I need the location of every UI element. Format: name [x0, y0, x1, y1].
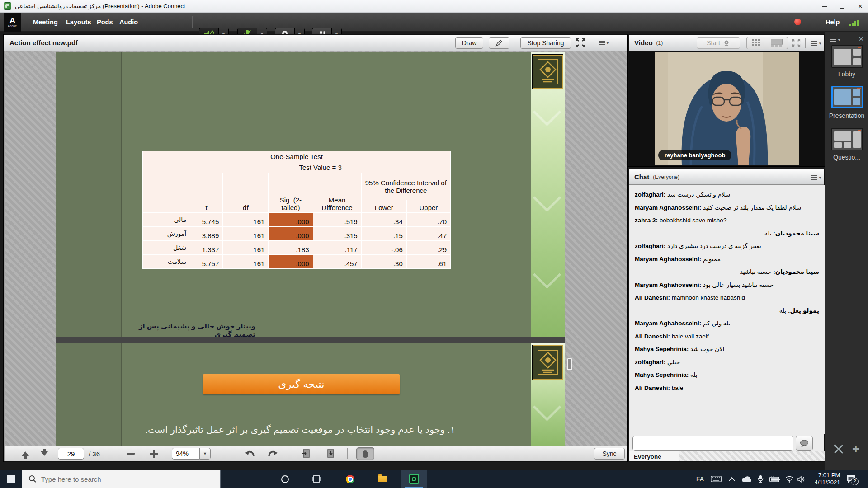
action-center-icon[interactable]: 2	[846, 470, 855, 488]
battery-icon[interactable]	[769, 470, 780, 488]
layout-label-questions[interactable]: Questio...	[825, 154, 868, 161]
chat-message: Mahya Sepehrinia: بله	[635, 371, 819, 379]
table-title: One-Sample Test	[143, 151, 451, 162]
keyboard-icon[interactable]	[711, 470, 722, 488]
tray-expand-icon[interactable]	[729, 470, 735, 488]
one-sample-test-table: One-Sample Test Test Value = 3 t df Sig.…	[142, 151, 451, 269]
hand-tool-button[interactable]	[356, 446, 374, 461]
chat-message-list[interactable]: zolfaghari: سلام و تشكر. درست شد Maryam …	[629, 185, 825, 434]
language-indicator[interactable]: FA	[696, 470, 704, 488]
video-fullscreen-icon[interactable]	[792, 38, 801, 47]
layout-thumb-presentation[interactable]	[831, 86, 863, 108]
undo-icon[interactable]	[244, 446, 255, 461]
previous-page-button[interactable]	[22, 446, 29, 461]
layout-label-lobby[interactable]: Lobby	[825, 70, 868, 78]
maximize-button[interactable]	[838, 2, 846, 10]
sidebar-close-icon[interactable]: ✕	[859, 35, 864, 42]
chat-message: Ali Daneshi: mamnoon khaste nabashid	[635, 294, 819, 302]
video-pod-menu-icon[interactable]: ▼	[811, 40, 821, 47]
slide-scrollbar-thumb[interactable]	[567, 358, 572, 370]
page-number-input[interactable]	[58, 448, 84, 460]
cortana-icon[interactable]	[274, 470, 296, 488]
university-logo	[532, 345, 563, 380]
minimize-button[interactable]	[820, 2, 828, 10]
taskbar-search[interactable]	[22, 470, 221, 488]
chat-message: Ali Daneshi: bale vali zaeif	[635, 333, 819, 341]
table-row: سلامت5.757161.000.457.30.61	[143, 255, 451, 269]
task-view-icon[interactable]	[306, 470, 327, 488]
table-row: شغل1.337161.183.117-.06.29	[143, 241, 451, 255]
fit-width-icon[interactable]	[302, 446, 311, 461]
notification-badge: 2	[851, 478, 859, 485]
sync-button[interactable]: Sync	[594, 448, 625, 460]
start-button[interactable]	[0, 470, 22, 488]
fit-page-icon[interactable]	[326, 446, 335, 461]
sidebar-menu-icon[interactable]: ▼	[830, 36, 840, 43]
onedrive-icon[interactable]	[741, 470, 752, 488]
next-page-button[interactable]	[41, 446, 48, 461]
fullscreen-icon[interactable]	[576, 38, 585, 48]
slide-left-column	[56, 52, 122, 337]
pen-tool-button[interactable]	[489, 37, 509, 49]
chat-message: zolfaghari: سلام و تشكر. درست شد	[635, 191, 819, 199]
pod-options-icon[interactable]	[833, 444, 844, 455]
tray-mic-icon[interactable]	[758, 470, 764, 488]
tab-everyone[interactable]: Everyone	[629, 451, 679, 461]
add-pod-icon[interactable]: +	[852, 442, 859, 456]
draw-button[interactable]: Draw	[455, 37, 483, 49]
share-pod-header: Action effect new.pdf Draw Stop Sharing …	[4, 35, 627, 51]
close-button[interactable]: ×	[856, 2, 864, 10]
wifi-icon[interactable]	[785, 470, 794, 488]
share-pod-menu-icon[interactable]: ▼	[599, 39, 608, 47]
window-title: مركز تحقيقات روانشناسي اجتماعي (Presenta…	[15, 3, 185, 9]
video-pod-title: Video	[634, 39, 653, 47]
share-pod: Action effect new.pdf Draw Stop Sharing …	[4, 34, 627, 462]
send-chat-button[interactable]	[796, 436, 813, 451]
chat-tab-bar: Everyone	[629, 451, 825, 461]
chat-message: Maryam Aghahosseini: سلام لطفا یک مقدار …	[635, 204, 819, 212]
participant-name-tag: reyhane baniyaghoob	[658, 150, 731, 160]
chat-message: يمولو يعل: بله	[635, 307, 819, 315]
slide-next: نتیجه گیری ۱. وجود یا عدم وجود انتخاب در…	[56, 343, 565, 446]
webcam-small-icon	[723, 40, 730, 46]
start-webcam-button[interactable]: Start	[697, 37, 740, 49]
taskbar-clock[interactable]: 7:01 PM4/11/2021	[812, 470, 843, 488]
redo-icon[interactable]	[268, 446, 278, 461]
university-logo	[532, 54, 563, 89]
filmstrip-view-icon	[771, 39, 783, 47]
menu-help[interactable]: Help	[823, 13, 842, 32]
chat-message: zolfaghari: تغيير گزينه ي درست درد بيشتر…	[635, 242, 819, 250]
tray-volume-icon[interactable]	[797, 470, 806, 488]
recording-indicator-icon	[794, 19, 801, 25]
zoom-level-select[interactable]: 94%▼	[172, 446, 211, 461]
chat-pod-menu-icon[interactable]: ▼	[811, 174, 821, 181]
app-icon	[4, 2, 11, 10]
video-view-toggle[interactable]	[746, 37, 788, 49]
layout-thumb-lobby[interactable]	[831, 45, 863, 68]
slide-footnote: وبینار خوش حالی و پشیمانی پس از تصمیم گی…	[120, 322, 255, 337]
zoom-dropdown-icon: ▼	[200, 448, 211, 460]
zoom-out-button[interactable]	[127, 446, 135, 461]
share-toolbar: / 36 94%▼ Sync	[5, 446, 627, 461]
menu-audio[interactable]: Audio	[117, 13, 141, 32]
table-subtitle: Test Value = 3	[190, 162, 451, 173]
page-total-label: / 36	[89, 446, 100, 461]
chrome-icon[interactable]	[339, 470, 361, 488]
layout-label-presentation[interactable]: Presentation	[825, 112, 868, 119]
file-explorer-icon[interactable]	[372, 470, 393, 488]
chat-message: Maryam Aghahosseini: ممنونم	[635, 255, 819, 263]
chat-input[interactable]	[632, 436, 793, 451]
search-input[interactable]	[41, 475, 204, 483]
speech-bubble-icon	[800, 440, 809, 447]
connection-status-icon[interactable]	[849, 19, 859, 26]
layout-thumb-questions[interactable]	[831, 128, 863, 150]
chat-message: zahra 2: bebakhshid save mishe?	[635, 216, 819, 225]
stop-sharing-button[interactable]: Stop Sharing	[520, 37, 571, 49]
adobe-connect-taskbar-item[interactable]	[401, 470, 427, 488]
menu-pods[interactable]: Pods	[94, 13, 115, 32]
menu-meeting[interactable]: Meeting	[30, 13, 61, 32]
menu-layouts[interactable]: Layouts	[63, 13, 94, 32]
layout-sidebar: ▼ ✕ Lobby Presentation Questio...	[825, 32, 868, 470]
chat-pod-title: Chat	[634, 173, 649, 181]
zoom-in-button[interactable]	[150, 446, 158, 461]
